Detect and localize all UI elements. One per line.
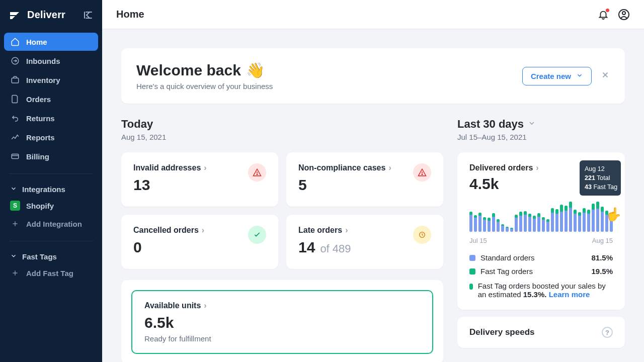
home-icon: [10, 37, 20, 47]
swatch-icon: [469, 284, 473, 290]
chart-tooltip: Aug 12 221 Total 43 Fast Tag: [580, 160, 621, 196]
collapse-sidebar-icon[interactable]: [83, 10, 93, 20]
svg-rect-4: [12, 78, 19, 83]
swatch-icon: [469, 255, 475, 261]
nav-orders[interactable]: Orders: [4, 90, 98, 108]
period-range: Jul 15–Aug 15, 2021: [457, 133, 625, 141]
nav-label: Billing: [26, 152, 49, 161]
nav-inbounds[interactable]: Inbounds: [4, 52, 98, 70]
chevron-right-icon[interactable]: ›: [536, 163, 538, 172]
card-cancelled[interactable]: Cancelled orders › 0: [121, 215, 278, 269]
nav-reports[interactable]: Reports: [4, 128, 98, 146]
chevron-right-icon: ›: [345, 226, 348, 235]
notifications-icon[interactable]: [598, 9, 609, 20]
billing-icon: [10, 151, 20, 161]
chevron-right-icon: ›: [204, 301, 206, 310]
legend-fast: Fast Tag orders 19.5%: [469, 267, 613, 276]
boost-message: Fast Tag orders boosted your sales by an…: [469, 282, 613, 299]
reports-icon: [10, 132, 20, 142]
swatch-icon: [469, 268, 475, 275]
card-invalid-addresses[interactable]: Invalid addresses › 13: [121, 152, 278, 207]
divider: [9, 241, 93, 241]
learn-more-link[interactable]: Learn more: [549, 290, 590, 299]
integrations-header[interactable]: Integrations: [4, 182, 98, 197]
nav-inventory[interactable]: Inventory: [4, 71, 98, 89]
page-title: Home: [116, 9, 144, 20]
create-new-button[interactable]: Create new: [522, 67, 592, 85]
nav-billing[interactable]: Billing: [4, 147, 98, 165]
clock-icon: [413, 226, 431, 244]
svg-rect-5: [12, 154, 19, 159]
inbound-icon: [10, 56, 20, 66]
welcome-title: Welcome back: [136, 62, 241, 79]
nav-home[interactable]: Home: [4, 33, 98, 51]
today-title: Today: [121, 118, 443, 131]
chevron-right-icon: ›: [202, 226, 204, 235]
brand-name: Deliverr: [27, 9, 65, 21]
returns-icon: [10, 113, 20, 123]
svg-point-12: [622, 12, 625, 15]
alert-icon: [413, 163, 431, 182]
chevron-right-icon: ›: [204, 163, 206, 172]
integration-shopify[interactable]: S Shopify: [4, 197, 98, 215]
delivered-chart[interactable]: Jul 15 Aug 15: [469, 200, 613, 244]
delivery-speeds-card[interactable]: Delivery speeds ?: [457, 317, 625, 348]
alert-icon: [248, 163, 266, 182]
svg-point-16: [257, 174, 258, 175]
nav-label: Inbounds: [26, 57, 60, 65]
check-icon: [248, 226, 266, 244]
account-icon[interactable]: [618, 9, 630, 21]
logo-mark-icon: [9, 10, 23, 20]
help-icon[interactable]: ?: [602, 327, 613, 338]
brand-logo[interactable]: Deliverr: [9, 9, 65, 21]
nav-label: Reports: [26, 133, 55, 142]
orders-icon: [10, 94, 20, 104]
chevron-down-icon: [10, 252, 17, 261]
add-integration[interactable]: Add Integration: [4, 215, 98, 233]
legend-standard: Standard orders 81.5%: [469, 253, 613, 262]
today-date: Aug 15, 2021: [121, 133, 443, 141]
delivered-orders-card: Delivered orders › 4.5k Aug 12 221 Total…: [457, 152, 625, 310]
sidebar: Deliverr Home Inbounds Inventory Orders: [0, 0, 102, 362]
topbar: Home: [102, 0, 644, 29]
svg-point-18: [422, 174, 423, 175]
chevron-down-icon: [576, 72, 583, 80]
shopify-icon: S: [10, 201, 20, 211]
fast-tags-header[interactable]: Fast Tags: [4, 249, 98, 264]
chevron-right-icon: ›: [388, 163, 391, 172]
card-late-orders[interactable]: Late orders › 14 of 489: [286, 215, 443, 269]
close-icon[interactable]: [601, 70, 610, 81]
inventory-icon: [10, 75, 20, 85]
divider: [9, 173, 93, 174]
chevron-down-icon: [10, 185, 17, 194]
period-title: Last 30 days: [457, 118, 524, 131]
add-fast-tag[interactable]: Add Fast Tag: [4, 264, 98, 282]
wave-emoji: 👋: [246, 61, 265, 79]
pointer-emoji: 👆: [606, 207, 622, 222]
plus-icon: [10, 268, 20, 278]
nav-label: Inventory: [26, 76, 60, 84]
welcome-card: Welcome back 👋 Here's a quick overview o…: [121, 48, 625, 104]
nav-label: Orders: [26, 95, 51, 104]
period-dropdown-icon[interactable]: [528, 119, 536, 129]
nav-label: Returns: [26, 114, 55, 123]
nav-returns[interactable]: Returns: [4, 109, 98, 127]
nav-label: Home: [26, 38, 47, 46]
welcome-subtitle: Here's a quick overview of your business: [136, 82, 273, 90]
card-noncompliance[interactable]: Non-compliance cases › 5: [286, 152, 443, 207]
plus-icon: [10, 219, 20, 229]
card-available-units[interactable]: Available units › 6.5k Ready for fulfill…: [121, 280, 443, 362]
